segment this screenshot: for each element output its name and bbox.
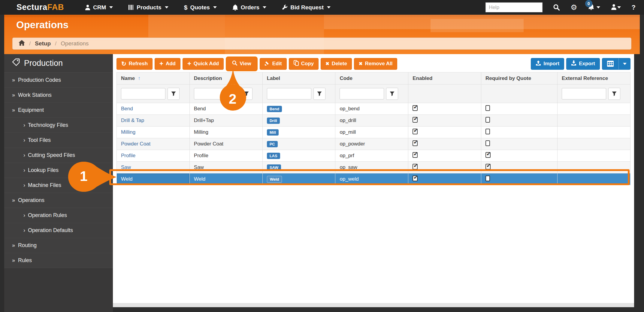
external-reference-filter-funnel-button[interactable] <box>608 88 620 100</box>
help-search-input[interactable] <box>485 2 543 12</box>
description-filter-funnel-button[interactable] <box>240 88 252 100</box>
sidebar-item-work-stations[interactable]: Work Stations <box>4 88 113 103</box>
sidebar-item-operations[interactable]: Operations <box>4 193 113 208</box>
grid-columns-icon[interactable] <box>602 58 619 69</box>
edit-button[interactable]: Edit <box>260 58 287 70</box>
x-icon <box>359 61 363 67</box>
copy-button[interactable]: Copy <box>289 58 319 70</box>
sidebar-item-technology-files[interactable]: Technology Files <box>4 118 113 133</box>
enabled-checkbox[interactable] <box>413 164 418 170</box>
enabled-checkbox[interactable] <box>413 152 418 158</box>
help-icon[interactable]: ? <box>632 4 636 11</box>
grid-toolbar: Refresh Add Quick Add View Edit Copy Del… <box>113 54 634 71</box>
funnel-icon <box>390 91 395 96</box>
label-filter-input[interactable] <box>267 88 311 99</box>
required-by-quote-checkbox[interactable] <box>485 117 490 123</box>
chevron-down-icon <box>617 6 621 8</box>
column-header-name[interactable]: Name↑ <box>117 72 190 84</box>
table-row-bend[interactable]: BendBend Bend op_bend <box>117 103 630 115</box>
required-by-quote-checkbox[interactable] <box>485 176 490 181</box>
column-header-enabled[interactable]: Enabled <box>408 72 481 84</box>
menu-crm[interactable]: CRM <box>85 4 113 11</box>
chevron-down-icon <box>165 6 168 8</box>
chevron-down-icon <box>327 6 331 8</box>
label-filter-funnel-button[interactable] <box>313 88 325 100</box>
topbar-utilities: 0 ? <box>485 2 636 12</box>
table-row-powder-coat[interactable]: Powder CoatPowder Coat PC op_powder <box>117 138 630 150</box>
table-row-milling[interactable]: MillingMilling Mill op_mill <box>117 127 630 138</box>
add-button[interactable]: Add <box>155 58 180 70</box>
required-by-quote-checkbox[interactable] <box>485 164 491 170</box>
code-filter-funnel-button[interactable] <box>386 88 398 100</box>
required-by-quote-checkbox[interactable] <box>485 152 491 158</box>
securafab-app: SecturaFAB CRM Products Quotes Orders <box>0 0 644 312</box>
notification-count-badge: 0 <box>585 0 592 7</box>
code-filter-input[interactable] <box>340 88 384 99</box>
sidebar-item-operation-defaults[interactable]: Operation Defaults <box>4 223 113 238</box>
menu-label: Products <box>137 4 161 11</box>
enabled-checkbox[interactable] <box>413 129 418 134</box>
breadcrumb-setup[interactable]: Setup <box>35 40 51 47</box>
import-button[interactable]: Import <box>531 58 564 70</box>
name-filter-input[interactable] <box>121 88 165 99</box>
column-header-code[interactable]: Code <box>335 72 408 84</box>
main-area: Production Production Codes Work Station… <box>4 54 634 312</box>
funnel-icon <box>171 91 176 96</box>
column-header-description[interactable]: Description <box>189 72 262 84</box>
sidebar-item-lookup-files[interactable]: Lookup Files <box>4 163 113 178</box>
content-panel: Refresh Add Quick Add View Edit Copy Del… <box>113 54 634 307</box>
table-row-profile[interactable]: ProfileProfile LAS op_prf <box>117 150 630 162</box>
app-logo[interactable]: SecturaFAB <box>17 3 64 12</box>
name-filter-funnel-button[interactable] <box>168 88 180 100</box>
label-badge: LAS <box>267 153 280 159</box>
column-header-external-reference[interactable]: External Reference <box>558 72 630 84</box>
sidebar-item-operation-rules[interactable]: Operation Rules <box>4 208 113 223</box>
menu-quotes[interactable]: Quotes <box>184 4 217 11</box>
column-chooser-split-button[interactable] <box>602 58 630 70</box>
external-reference-filter-input[interactable] <box>562 88 606 99</box>
sidebar-title: Production <box>4 54 113 73</box>
settings-gear-icon[interactable] <box>570 3 577 12</box>
required-by-quote-checkbox[interactable] <box>485 105 490 111</box>
required-by-quote-checkbox[interactable] <box>485 140 490 146</box>
description-filter-input[interactable] <box>194 88 238 99</box>
funnel-icon <box>317 91 322 96</box>
view-button[interactable]: View <box>227 58 256 70</box>
download-icon <box>571 60 576 67</box>
search-icon[interactable] <box>553 4 560 11</box>
sidebar-item-tool-files[interactable]: Tool Files <box>4 133 113 148</box>
menu-bid-request[interactable]: Bid Request <box>282 4 331 11</box>
table-row-saw[interactable]: SawSaw SAW op_saw <box>117 162 630 173</box>
home-icon[interactable] <box>19 40 25 47</box>
remove-all-button[interactable]: Remove All <box>354 58 398 70</box>
column-header-required-by-quote[interactable]: Required by Quote <box>481 72 558 84</box>
menu-orders[interactable]: Orders <box>232 4 266 11</box>
menu-label: Quotes <box>190 4 210 11</box>
required-by-quote-checkbox[interactable] <box>485 129 490 134</box>
sidebar-item-cutting-speed-files[interactable]: Cutting Speed Files <box>4 148 113 163</box>
sidebar-item-routing[interactable]: Routing <box>4 238 113 253</box>
chevron-down-icon <box>597 6 600 8</box>
chevron-down-icon[interactable] <box>619 58 630 69</box>
x-icon <box>325 61 329 67</box>
table-row-weld-selected[interactable]: WeldWeld Weld op_weld <box>117 173 630 185</box>
table-row-drill-tap[interactable]: Drill & TapDrill+Tap Drill op_drill <box>117 115 630 127</box>
enabled-checkbox[interactable] <box>413 176 418 181</box>
enabled-checkbox[interactable] <box>413 105 418 111</box>
menu-products[interactable]: Products <box>128 4 168 11</box>
upload-icon <box>536 60 541 67</box>
enabled-checkbox[interactable] <box>413 117 418 123</box>
sidebar-item-machine-files[interactable]: Machine Files <box>4 178 113 193</box>
funnel-icon <box>244 91 249 96</box>
sidebar-item-equipment[interactable]: Equipment <box>4 103 113 118</box>
export-button[interactable]: Export <box>566 58 600 70</box>
enabled-checkbox[interactable] <box>413 140 418 146</box>
refresh-button[interactable]: Refresh <box>116 58 153 70</box>
sidebar-item-rules[interactable]: Rules <box>4 253 113 268</box>
notifications-menu[interactable]: 0 <box>588 4 600 11</box>
quick-add-button[interactable]: Quick Add <box>183 58 224 70</box>
user-menu[interactable] <box>611 4 621 11</box>
sidebar-item-production-codes[interactable]: Production Codes <box>4 73 113 88</box>
delete-button[interactable]: Delete <box>321 58 352 70</box>
column-header-label[interactable]: Label <box>262 72 335 84</box>
